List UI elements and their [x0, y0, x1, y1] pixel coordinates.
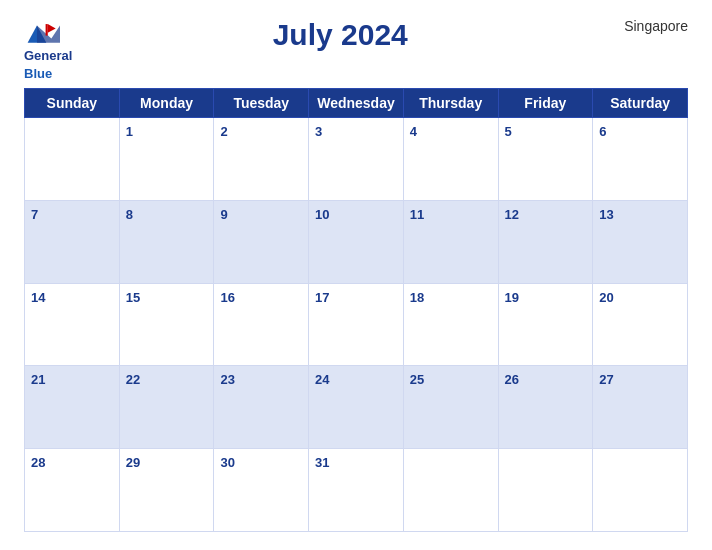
- calendar-cell-3-1: 22: [119, 366, 214, 449]
- calendar-header: General Blue July 2024 Singapore: [24, 18, 688, 82]
- logo-area: General Blue: [24, 18, 72, 82]
- calendar-cell-3-0: 21: [25, 366, 120, 449]
- calendar-cell-0-6: 6: [593, 118, 688, 201]
- day-number-19: 19: [505, 290, 519, 305]
- calendar-cell-2-6: 20: [593, 283, 688, 366]
- header-friday: Friday: [498, 89, 593, 118]
- calendar-cell-1-4: 11: [403, 200, 498, 283]
- day-number-16: 16: [220, 290, 234, 305]
- day-number-10: 10: [315, 207, 329, 222]
- header-thursday: Thursday: [403, 89, 498, 118]
- calendar-cell-2-2: 16: [214, 283, 309, 366]
- calendar-table: Sunday Monday Tuesday Wednesday Thursday…: [24, 88, 688, 532]
- calendar-week-5: 28293031: [25, 449, 688, 532]
- calendar-cell-0-1: 1: [119, 118, 214, 201]
- weekday-header-row: Sunday Monday Tuesday Wednesday Thursday…: [25, 89, 688, 118]
- calendar-cell-4-0: 28: [25, 449, 120, 532]
- calendar-cell-1-2: 9: [214, 200, 309, 283]
- logo-text: General Blue: [24, 46, 72, 82]
- calendar-cell-4-5: [498, 449, 593, 532]
- calendar-cell-0-5: 5: [498, 118, 593, 201]
- day-number-3: 3: [315, 124, 322, 139]
- day-number-30: 30: [220, 455, 234, 470]
- calendar-cell-1-1: 8: [119, 200, 214, 283]
- country-name: Singapore: [608, 18, 688, 34]
- day-number-6: 6: [599, 124, 606, 139]
- day-number-4: 4: [410, 124, 417, 139]
- calendar-cell-0-0: [25, 118, 120, 201]
- calendar-week-3: 14151617181920: [25, 283, 688, 366]
- day-number-18: 18: [410, 290, 424, 305]
- day-number-22: 22: [126, 372, 140, 387]
- calendar-cell-4-1: 29: [119, 449, 214, 532]
- header-monday: Monday: [119, 89, 214, 118]
- calendar-cell-4-4: [403, 449, 498, 532]
- generalblue-logo-icon: [24, 18, 60, 46]
- calendar-cell-3-6: 27: [593, 366, 688, 449]
- calendar-cell-2-0: 14: [25, 283, 120, 366]
- day-number-24: 24: [315, 372, 329, 387]
- day-number-2: 2: [220, 124, 227, 139]
- day-number-5: 5: [505, 124, 512, 139]
- calendar-cell-2-3: 17: [309, 283, 404, 366]
- day-number-28: 28: [31, 455, 45, 470]
- day-number-12: 12: [505, 207, 519, 222]
- header-saturday: Saturday: [593, 89, 688, 118]
- day-number-25: 25: [410, 372, 424, 387]
- day-number-15: 15: [126, 290, 140, 305]
- day-number-8: 8: [126, 207, 133, 222]
- calendar-cell-1-0: 7: [25, 200, 120, 283]
- calendar-cell-1-6: 13: [593, 200, 688, 283]
- calendar-cell-0-4: 4: [403, 118, 498, 201]
- day-number-9: 9: [220, 207, 227, 222]
- calendar-body: 1234567891011121314151617181920212223242…: [25, 118, 688, 532]
- calendar-cell-2-4: 18: [403, 283, 498, 366]
- calendar-cell-4-2: 30: [214, 449, 309, 532]
- day-number-26: 26: [505, 372, 519, 387]
- calendar-cell-1-5: 12: [498, 200, 593, 283]
- month-title: July 2024: [72, 18, 608, 52]
- calendar-cell-3-5: 26: [498, 366, 593, 449]
- calendar-cell-2-1: 15: [119, 283, 214, 366]
- header-tuesday: Tuesday: [214, 89, 309, 118]
- calendar-week-1: 123456: [25, 118, 688, 201]
- day-number-20: 20: [599, 290, 613, 305]
- day-number-13: 13: [599, 207, 613, 222]
- day-number-17: 17: [315, 290, 329, 305]
- day-number-31: 31: [315, 455, 329, 470]
- calendar-cell-3-3: 24: [309, 366, 404, 449]
- svg-rect-2: [46, 24, 48, 36]
- calendar-cell-0-2: 2: [214, 118, 309, 201]
- day-number-11: 11: [410, 207, 424, 222]
- day-number-1: 1: [126, 124, 133, 139]
- calendar-cell-3-4: 25: [403, 366, 498, 449]
- header-sunday: Sunday: [25, 89, 120, 118]
- day-number-23: 23: [220, 372, 234, 387]
- calendar-cell-0-3: 3: [309, 118, 404, 201]
- calendar-cell-1-3: 10: [309, 200, 404, 283]
- header-wednesday: Wednesday: [309, 89, 404, 118]
- calendar-cell-3-2: 23: [214, 366, 309, 449]
- day-number-7: 7: [31, 207, 38, 222]
- day-number-14: 14: [31, 290, 45, 305]
- day-number-29: 29: [126, 455, 140, 470]
- calendar-week-4: 21222324252627: [25, 366, 688, 449]
- calendar-cell-4-6: [593, 449, 688, 532]
- calendar-week-2: 78910111213: [25, 200, 688, 283]
- day-number-27: 27: [599, 372, 613, 387]
- svg-marker-3: [48, 24, 56, 33]
- day-number-21: 21: [31, 372, 45, 387]
- calendar-cell-2-5: 19: [498, 283, 593, 366]
- calendar-cell-4-3: 31: [309, 449, 404, 532]
